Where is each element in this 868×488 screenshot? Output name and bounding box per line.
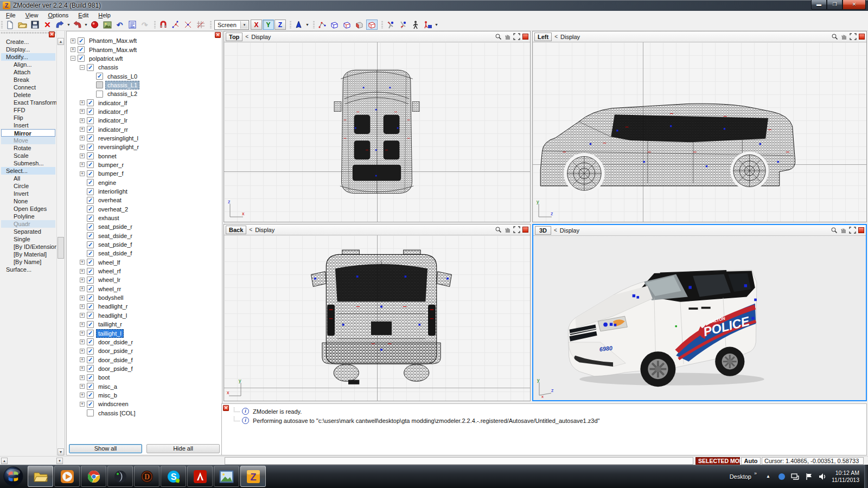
tree-node-wheel-lr[interactable]: +wheel_lr xyxy=(68,275,213,284)
gizmo-icon[interactable] xyxy=(293,20,304,30)
command-circle[interactable]: Circle xyxy=(1,182,55,190)
tree-node-overheat[interactable]: overheat xyxy=(68,196,213,204)
expand-icon[interactable]: + xyxy=(80,393,85,397)
desktop-toolbar-label[interactable]: Desktop xyxy=(730,473,751,480)
visibility-checkbox[interactable] xyxy=(87,312,94,319)
gizmo-dropdown-icon[interactable]: ▼ xyxy=(305,20,310,30)
snap-axes-icon[interactable] xyxy=(182,20,194,30)
visibility-checkbox[interactable] xyxy=(87,206,94,213)
snap-grid-icon[interactable] xyxy=(195,20,206,30)
tree-node-indicator-lr[interactable]: +indicator_lr xyxy=(68,116,213,125)
network-icon[interactable] xyxy=(791,472,800,481)
visibility-checkbox[interactable] xyxy=(87,277,94,284)
tree-node-label[interactable]: wheel_lf xyxy=(96,258,122,267)
tree-node-chassis-l1[interactable]: chassis_L1 xyxy=(68,81,213,89)
expand-icon[interactable]: + xyxy=(80,375,85,380)
command-rotate[interactable]: Rotate xyxy=(1,144,55,152)
tree-node-bodyshell[interactable]: +bodyshell xyxy=(68,293,213,302)
command-insert[interactable]: Insert xyxy=(1,121,55,129)
command-by-id-extension[interactable]: [By ID/Extension] xyxy=(1,243,55,251)
maximize-icon[interactable] xyxy=(522,34,528,40)
visibility-checkbox[interactable] xyxy=(87,126,94,133)
tree-node-polpatriot-wft[interactable]: −polpatriot.wft xyxy=(68,54,213,63)
viewport-menu-arrow[interactable]: < xyxy=(554,34,558,40)
expand-icon[interactable]: + xyxy=(80,269,85,274)
visibility-checkbox[interactable] xyxy=(87,294,94,301)
tree-node-chassis[interactable]: −chassis xyxy=(68,63,213,72)
tree-node-bumper-f[interactable]: +bumper_f xyxy=(68,169,213,178)
tree-close-icon[interactable]: ✕ xyxy=(215,32,221,38)
bones-a-icon[interactable] xyxy=(385,20,396,30)
desktop-chevrons[interactable]: » xyxy=(754,471,757,476)
hide-all-button[interactable]: Hide all xyxy=(146,444,220,453)
scroll-up-icon[interactable]: ▲ xyxy=(58,38,64,45)
tree-node-label[interactable]: engine xyxy=(96,178,118,187)
tree-node-label[interactable]: polpatriot.wft xyxy=(87,54,125,63)
tree-node-chassis-col[interactable]: chassis [COL] xyxy=(68,408,213,417)
snap-vertex-icon[interactable] xyxy=(170,20,181,30)
taskbar-explorer[interactable] xyxy=(28,466,53,487)
sidebar-scroll-up-icon[interactable]: ▲ xyxy=(1,458,8,464)
menu-options[interactable]: Options xyxy=(43,11,73,19)
maximize-icon[interactable] xyxy=(858,227,864,233)
modes-dropdown-icon[interactable]: ▼ xyxy=(434,20,439,30)
import-dropdown-icon[interactable]: ▼ xyxy=(66,20,71,30)
command-submesh[interactable]: Submesh... xyxy=(1,159,55,167)
visibility-checkbox[interactable] xyxy=(87,232,94,239)
tree-node-label[interactable]: indicator_rf xyxy=(96,107,130,116)
visibility-checkbox[interactable] xyxy=(87,374,94,381)
visibility-checkbox[interactable] xyxy=(87,391,94,399)
expand-icon[interactable]: + xyxy=(71,38,75,43)
visibility-checkbox[interactable] xyxy=(87,285,94,292)
visibility-checkbox[interactable] xyxy=(78,55,85,62)
visibility-checkbox[interactable] xyxy=(87,383,94,390)
viewport-top-tab[interactable]: Top xyxy=(226,33,242,41)
command-ffd[interactable]: FFD xyxy=(1,106,55,114)
tree-node-label[interactable]: taillight_l xyxy=(96,329,124,338)
vertices-mode-icon[interactable] xyxy=(316,20,328,30)
collapse-icon[interactable]: − xyxy=(71,56,75,61)
menu-edit[interactable]: Edit xyxy=(73,11,93,19)
expand-icon[interactable]: + xyxy=(80,304,85,309)
tree-node-reversinglight-l[interactable]: +reversinglight_l xyxy=(68,134,213,143)
visibility-checkbox[interactable] xyxy=(87,241,94,248)
command-exact-transform[interactable]: Exact Transform xyxy=(1,99,55,106)
tree-node-label[interactable]: overheat_2 xyxy=(96,205,130,214)
command-single[interactable]: Single xyxy=(1,235,55,243)
collapse-icon[interactable]: − xyxy=(80,65,85,70)
tree-node-phantom-max-wft[interactable]: +Phantom_Max.wft xyxy=(68,45,213,54)
visibility-checkbox[interactable] xyxy=(87,365,94,372)
visibility-checkbox[interactable] xyxy=(87,356,94,363)
visibility-checkbox[interactable] xyxy=(87,161,94,168)
expand-icon[interactable]: + xyxy=(80,118,85,123)
hidden-icons-arrow[interactable]: ▲ xyxy=(764,472,773,481)
tree-node-wheel-lf[interactable]: +wheel_lf xyxy=(68,258,213,267)
maximize-icon[interactable] xyxy=(859,34,865,40)
tree-node-label[interactable]: reversinglight_r xyxy=(96,143,141,151)
faces-mode-icon[interactable] xyxy=(354,20,365,30)
expand-icon[interactable]: + xyxy=(80,162,85,167)
expand-icon[interactable]: + xyxy=(80,357,85,362)
expand-icon[interactable]: + xyxy=(80,278,85,282)
tree-node-windscreen[interactable]: +windscreen xyxy=(68,400,213,408)
fit-icon[interactable] xyxy=(850,33,857,40)
viewport-left-tab[interactable]: Left xyxy=(534,33,552,41)
tree-node-label[interactable]: bumper_f xyxy=(96,169,125,178)
tree-node-misc-b[interactable]: +misc_b xyxy=(68,391,213,400)
tree-node-label[interactable]: bonnet xyxy=(96,152,119,160)
taskbar-photo-viewer[interactable] xyxy=(214,466,239,487)
texture-browser-icon[interactable] xyxy=(101,20,113,30)
tree-node-headlight-l[interactable]: +headlight_l xyxy=(68,311,213,320)
tree-node-headlight-r[interactable]: +headlight_r xyxy=(68,302,213,311)
visibility-checkbox[interactable] xyxy=(78,37,85,44)
tree-node-label[interactable]: taillight_r xyxy=(96,320,124,329)
tree-node-label[interactable]: seat_pside_r xyxy=(96,222,135,231)
tree-node-label[interactable]: seat_dside_f xyxy=(96,249,134,258)
visibility-checkbox[interactable] xyxy=(87,152,94,159)
command-move[interactable]: Move xyxy=(1,137,55,144)
command-separated[interactable]: Separated xyxy=(1,228,55,235)
expand-icon[interactable]: + xyxy=(80,339,85,344)
magnet-toggle-icon[interactable] xyxy=(157,20,169,30)
bones-b-icon[interactable] xyxy=(397,20,409,30)
pan-icon[interactable] xyxy=(504,33,511,40)
